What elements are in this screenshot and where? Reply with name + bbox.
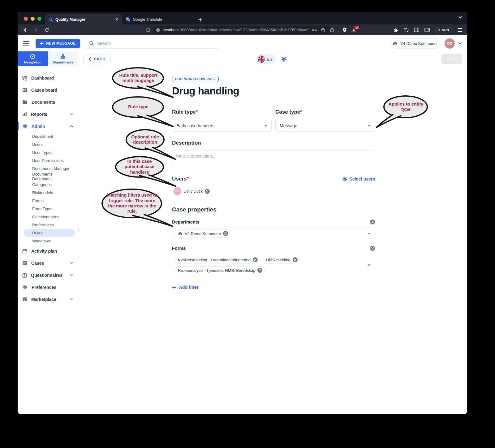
sidebar-item-reports[interactable]: Reports (18, 108, 78, 120)
search-input[interactable] (97, 41, 215, 46)
sidebar-subitem-documents-manager[interactable]: Documents Manager (24, 164, 75, 172)
reload-icon[interactable] (44, 28, 49, 33)
zoom-window-button[interactable] (37, 17, 41, 21)
remove-user-icon[interactable] (205, 189, 210, 194)
close-window-button[interactable] (24, 17, 28, 21)
sidebar-item-marketplace[interactable]: Marketplace (18, 293, 78, 305)
tab-title: Quality Manager (55, 17, 113, 22)
departments-select[interactable]: V4 Demo Kommune (172, 228, 375, 239)
chevron-left-icon (88, 57, 91, 61)
site-info-icon[interactable] (156, 28, 160, 32)
sidebar-subitem-form-types[interactable]: Form Types (24, 205, 75, 213)
department-chip: V4 Demo Kommune (174, 229, 230, 237)
language-selector[interactable]: En (256, 54, 275, 64)
password-key-icon[interactable] (312, 27, 317, 33)
caret-down-icon (368, 233, 371, 235)
sidebar-item-preferences[interactable]: Preferences (18, 281, 78, 293)
sidebar-item-admin[interactable]: Admin (18, 120, 78, 132)
window-controls[interactable] (24, 17, 41, 21)
remove-form-icon[interactable] (293, 257, 298, 262)
caret-down-icon (264, 125, 267, 127)
minimize-window-button[interactable] (31, 17, 35, 21)
save-button[interactable]: SAVE (441, 54, 462, 64)
sidebar-item-documents[interactable]: Documents (18, 96, 78, 108)
divider (172, 102, 375, 102)
profile-chevron-down-icon[interactable] (458, 42, 462, 45)
close-tab-icon[interactable]: ✕ (115, 17, 118, 22)
select-users-link[interactable]: Select users (342, 176, 375, 182)
sidebar-subitem-user-permissions[interactable]: User Permissions (24, 156, 75, 164)
profile-avatar[interactable]: QQ (445, 38, 455, 49)
extension-triangle-icon[interactable]: 12 (351, 28, 356, 32)
sidebar-subitem-workflows[interactable]: Workflows (24, 237, 75, 245)
url-bar[interactable]: localhost:3000/module/admin/rule/workflo… (153, 26, 331, 34)
sidebar-subitem-user-types[interactable]: User Types (24, 148, 75, 156)
sidebar-subitem-questionnaires[interactable]: Questionnaires (24, 213, 75, 221)
sidebar: Navigation Departments Dashboard (18, 51, 78, 414)
forms-select[interactable]: Kvalitetsmelding - Legemiddelhåndtering … (172, 254, 375, 276)
clear-departments-icon[interactable] (370, 220, 375, 224)
back-button[interactable]: BACK (83, 54, 111, 64)
add-filter-link[interactable]: Add filter (172, 285, 375, 290)
extensions-puzzle-icon[interactable] (393, 27, 398, 33)
sidebar-subitem-categories[interactable]: Categories (24, 181, 75, 189)
new-message-button[interactable]: NEW MESSAGE (36, 39, 80, 48)
app-header: NEW MESSAGE V4 Demo Kommune QQ (18, 35, 467, 51)
remove-form-icon[interactable] (257, 268, 262, 273)
home-icon (178, 231, 183, 236)
home-icon (393, 41, 398, 46)
folder-icon (22, 100, 28, 104)
vpn-button[interactable]: VPN (435, 27, 452, 33)
search-box[interactable] (85, 38, 219, 49)
sidebar-subitem-preferences[interactable]: Preferences (24, 221, 75, 229)
tab-search-chevron-icon[interactable] (458, 16, 462, 19)
zoom-out-icon[interactable] (321, 28, 326, 33)
gear-icon (342, 176, 347, 182)
playlist-icon[interactable] (403, 28, 409, 33)
settings-gear-icon[interactable] (281, 56, 287, 62)
wallet-icon[interactable] (424, 28, 430, 32)
sidebar-item-cases-board[interactable]: Cases board (18, 84, 78, 96)
sidebar-item-questionnaires[interactable]: Questionnaires (18, 269, 78, 281)
clear-forms-icon[interactable] (370, 246, 375, 251)
annotation-bubble-filters: Matching filters used to trigger rule. T… (101, 188, 177, 228)
sidebar-panel-icon[interactable] (414, 28, 419, 32)
annotation-bubble-rule-type: Rule type (111, 96, 178, 128)
sidebar-subitem-rules[interactable]: Rules ⁞⁞ (24, 229, 75, 237)
forward-nav-icon[interactable] (33, 28, 38, 32)
rule-type-select[interactable]: Early case handlers (172, 120, 272, 132)
remove-form-icon[interactable] (253, 257, 258, 262)
sidebar-subitem-documents-dashboard[interactable]: Documents Dashboar… (24, 172, 75, 181)
org-selector[interactable]: V4 Demo Kommune (390, 38, 441, 49)
share-icon[interactable] (329, 28, 334, 33)
sidebar-subitem-riskmodels[interactable]: Riskmodels (24, 189, 75, 197)
sidebar-item-cases[interactable]: Cases (18, 257, 78, 269)
brave-shield-icon[interactable] (342, 27, 347, 33)
back-nav-icon[interactable] (23, 28, 27, 32)
sidebar-item-dashboard[interactable]: Dashboard (18, 72, 78, 84)
browser-menu-icon[interactable] (458, 28, 462, 32)
uk-flag-icon (257, 55, 265, 63)
app-menu-icon[interactable] (23, 41, 29, 46)
new-tab-button[interactable] (198, 17, 203, 22)
sidebar-subitem-users[interactable]: Users (24, 140, 75, 148)
case-properties-title: Case properties (172, 206, 375, 213)
tab-quality-manager[interactable]: Quality Manager ✕ (45, 14, 122, 24)
sidebar-subitem-department[interactable]: Department (24, 132, 75, 140)
description-textarea[interactable] (172, 150, 375, 166)
page-title: Drug handling (172, 85, 375, 97)
tab-google-translate[interactable]: Google Translate (122, 14, 193, 24)
sidebar-item-activity-plan[interactable]: Activity plan (18, 245, 78, 257)
bookmark-icon[interactable] (146, 28, 150, 33)
annotation-bubble-title: Rule title, support multi language (111, 67, 178, 99)
forms-label: Forms (172, 246, 186, 251)
chevron-up-icon (70, 125, 73, 127)
rule-type-label: Rule type* (172, 109, 272, 115)
sidebar-tab-departments[interactable]: Departments (48, 51, 78, 66)
sidebar-subitem-forms[interactable]: Forms (24, 197, 75, 205)
form-chip: Kvalitetsmelding - Legemiddelhåndtering (174, 256, 260, 264)
plus-icon (40, 41, 44, 45)
sidebar-tab-navigation[interactable]: Navigation (18, 51, 48, 66)
case-type-select[interactable]: Message (275, 120, 375, 132)
remove-department-icon[interactable] (223, 231, 228, 236)
